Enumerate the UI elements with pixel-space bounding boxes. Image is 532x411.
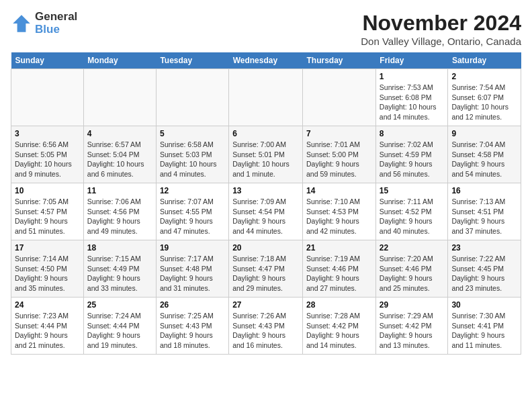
calendar-cell (229, 69, 303, 126)
day-number: 18 (87, 243, 152, 253)
day-number: 11 (87, 186, 152, 195)
logo-blue: Blue (35, 23, 60, 36)
calendar-cell: 5Sunrise: 6:58 AM Sunset: 5:03 PM Daylig… (156, 126, 228, 183)
weekday-monday: Monday (83, 52, 156, 69)
calendar-cell: 12Sunrise: 7:07 AM Sunset: 4:55 PM Dayli… (156, 183, 228, 240)
day-info: Sunrise: 7:07 AM Sunset: 4:55 PM Dayligh… (160, 197, 225, 236)
week-row-3: 17Sunrise: 7:14 AM Sunset: 4:50 PM Dayli… (11, 240, 521, 298)
day-info: Sunrise: 7:04 AM Sunset: 4:58 PM Dayligh… (451, 140, 517, 179)
calendar-cell: 7Sunrise: 7:01 AM Sunset: 5:00 PM Daylig… (303, 126, 376, 183)
weekday-tuesday: Tuesday (156, 52, 228, 69)
weekday-wednesday: Wednesday (229, 52, 303, 69)
weekday-friday: Friday (375, 52, 448, 69)
day-number: 24 (15, 300, 80, 310)
day-number: 10 (15, 186, 80, 195)
day-info: Sunrise: 7:17 AM Sunset: 4:48 PM Dayligh… (160, 254, 225, 293)
day-number: 13 (232, 186, 299, 195)
weekday-saturday: Saturday (448, 52, 521, 69)
calendar-cell: 1Sunrise: 7:53 AM Sunset: 6:08 PM Daylig… (375, 69, 448, 126)
weekday-header-row: SundayMondayTuesdayWednesdayThursdayFrid… (11, 52, 521, 69)
day-number: 22 (380, 243, 445, 253)
day-info: Sunrise: 7:25 AM Sunset: 4:43 PM Dayligh… (160, 311, 225, 351)
day-info: Sunrise: 7:18 AM Sunset: 4:47 PM Dayligh… (232, 254, 299, 293)
day-number: 25 (87, 300, 152, 310)
day-number: 20 (232, 243, 299, 253)
day-info: Sunrise: 7:05 AM Sunset: 4:57 PM Dayligh… (15, 197, 80, 236)
calendar-cell: 6Sunrise: 7:00 AM Sunset: 5:01 PM Daylig… (229, 126, 303, 183)
calendar-cell: 16Sunrise: 7:13 AM Sunset: 4:51 PM Dayli… (448, 183, 521, 240)
month-title: November 2024 (361, 11, 521, 36)
calendar-cell: 10Sunrise: 7:05 AM Sunset: 4:57 PM Dayli… (11, 183, 84, 240)
day-number: 29 (380, 300, 445, 310)
day-number: 5 (160, 129, 225, 138)
day-info: Sunrise: 7:24 AM Sunset: 4:44 PM Dayligh… (87, 311, 152, 351)
calendar-table: SundayMondayTuesdayWednesdayThursdayFrid… (11, 52, 521, 355)
day-number: 9 (451, 129, 517, 138)
day-info: Sunrise: 6:56 AM Sunset: 5:05 PM Dayligh… (15, 140, 80, 179)
calendar-cell: 17Sunrise: 7:14 AM Sunset: 4:50 PM Dayli… (11, 240, 84, 298)
calendar-cell: 30Sunrise: 7:30 AM Sunset: 4:41 PM Dayli… (448, 298, 521, 355)
week-row-2: 10Sunrise: 7:05 AM Sunset: 4:57 PM Dayli… (11, 183, 521, 240)
calendar-cell: 8Sunrise: 7:02 AM Sunset: 4:59 PM Daylig… (375, 126, 448, 183)
day-info: Sunrise: 7:26 AM Sunset: 4:43 PM Dayligh… (232, 311, 299, 351)
calendar-cell: 9Sunrise: 7:04 AM Sunset: 4:58 PM Daylig… (448, 126, 521, 183)
svg-marker-0 (13, 15, 30, 32)
day-info: Sunrise: 7:30 AM Sunset: 4:41 PM Dayligh… (451, 311, 517, 351)
day-info: Sunrise: 7:28 AM Sunset: 4:42 PM Dayligh… (306, 311, 372, 351)
day-info: Sunrise: 7:19 AM Sunset: 4:46 PM Dayligh… (306, 254, 372, 293)
calendar-cell: 29Sunrise: 7:29 AM Sunset: 4:42 PM Dayli… (375, 298, 448, 355)
calendar-cell: 14Sunrise: 7:10 AM Sunset: 4:53 PM Dayli… (303, 183, 376, 240)
weekday-sunday: Sunday (11, 52, 84, 69)
calendar-body: 1Sunrise: 7:53 AM Sunset: 6:08 PM Daylig… (11, 69, 521, 355)
day-number: 4 (87, 129, 152, 138)
day-number: 28 (306, 300, 372, 310)
day-number: 2 (451, 72, 517, 81)
day-number: 8 (380, 129, 445, 138)
day-info: Sunrise: 7:23 AM Sunset: 4:44 PM Dayligh… (15, 311, 80, 351)
calendar-cell: 20Sunrise: 7:18 AM Sunset: 4:47 PM Dayli… (229, 240, 303, 298)
day-number: 30 (451, 300, 517, 310)
title-area: November 2024 Don Valley Village, Ontari… (361, 11, 521, 47)
day-info: Sunrise: 6:58 AM Sunset: 5:03 PM Dayligh… (160, 140, 225, 179)
day-info: Sunrise: 7:53 AM Sunset: 6:08 PM Dayligh… (380, 83, 445, 122)
calendar-cell: 27Sunrise: 7:26 AM Sunset: 4:43 PM Dayli… (229, 298, 303, 355)
week-row-4: 24Sunrise: 7:23 AM Sunset: 4:44 PM Dayli… (11, 298, 521, 355)
day-number: 12 (160, 186, 225, 195)
calendar-cell: 18Sunrise: 7:15 AM Sunset: 4:49 PM Dayli… (83, 240, 156, 298)
day-info: Sunrise: 6:57 AM Sunset: 5:04 PM Dayligh… (87, 140, 152, 179)
day-number: 6 (232, 129, 299, 138)
day-info: Sunrise: 7:22 AM Sunset: 4:45 PM Dayligh… (451, 254, 517, 293)
calendar-cell: 26Sunrise: 7:25 AM Sunset: 4:43 PM Dayli… (156, 298, 228, 355)
calendar-cell: 23Sunrise: 7:22 AM Sunset: 4:45 PM Dayli… (448, 240, 521, 298)
day-number: 21 (306, 243, 372, 253)
day-number: 27 (232, 300, 299, 310)
calendar-cell: 2Sunrise: 7:54 AM Sunset: 6:07 PM Daylig… (448, 69, 521, 126)
calendar-cell (303, 69, 376, 126)
calendar-cell (83, 69, 156, 126)
day-number: 17 (15, 243, 80, 253)
calendar-cell: 19Sunrise: 7:17 AM Sunset: 4:48 PM Dayli… (156, 240, 228, 298)
week-row-0: 1Sunrise: 7:53 AM Sunset: 6:08 PM Daylig… (11, 69, 521, 126)
calendar-cell: 21Sunrise: 7:19 AM Sunset: 4:46 PM Dayli… (303, 240, 376, 298)
calendar-cell: 13Sunrise: 7:09 AM Sunset: 4:54 PM Dayli… (229, 183, 303, 240)
logo-icon (11, 13, 32, 34)
day-info: Sunrise: 7:01 AM Sunset: 5:00 PM Dayligh… (306, 140, 372, 179)
calendar-cell (156, 69, 228, 126)
calendar-cell: 4Sunrise: 6:57 AM Sunset: 5:04 PM Daylig… (83, 126, 156, 183)
day-number: 15 (380, 186, 445, 195)
day-number: 1 (380, 72, 445, 81)
day-number: 16 (451, 186, 517, 195)
calendar-cell: 24Sunrise: 7:23 AM Sunset: 4:44 PM Dayli… (11, 298, 84, 355)
day-number: 3 (15, 129, 80, 138)
day-number: 7 (306, 129, 372, 138)
week-row-1: 3Sunrise: 6:56 AM Sunset: 5:05 PM Daylig… (11, 126, 521, 183)
day-info: Sunrise: 7:54 AM Sunset: 6:07 PM Dayligh… (451, 83, 517, 122)
day-info: Sunrise: 7:09 AM Sunset: 4:54 PM Dayligh… (232, 197, 299, 236)
day-number: 19 (160, 243, 225, 253)
calendar-cell: 25Sunrise: 7:24 AM Sunset: 4:44 PM Dayli… (83, 298, 156, 355)
day-info: Sunrise: 7:11 AM Sunset: 4:52 PM Dayligh… (380, 197, 445, 236)
day-info: Sunrise: 7:10 AM Sunset: 4:53 PM Dayligh… (306, 197, 372, 236)
day-info: Sunrise: 7:02 AM Sunset: 4:59 PM Dayligh… (380, 140, 445, 179)
calendar-cell: 3Sunrise: 6:56 AM Sunset: 5:05 PM Daylig… (11, 126, 84, 183)
day-number: 26 (160, 300, 225, 310)
